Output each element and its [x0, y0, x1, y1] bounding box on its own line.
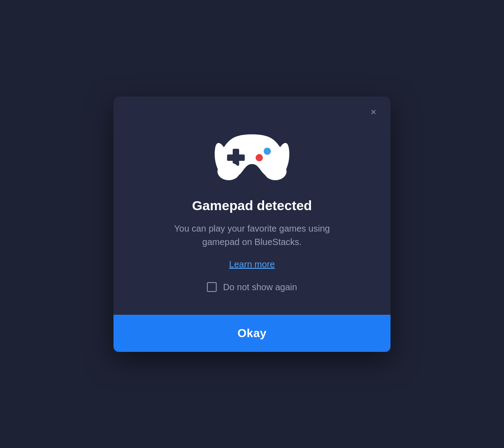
- do-not-show-row: Do not show again: [207, 282, 297, 292]
- svg-rect-1: [227, 154, 245, 161]
- gamepad-detected-dialog: ×: [113, 97, 391, 352]
- dialog-content: Gamepad detected You can play your favor…: [113, 97, 391, 315]
- checkbox-label: Do not show again: [223, 282, 297, 292]
- learn-more-link[interactable]: Learn more: [229, 259, 275, 270]
- dialog-description: You can play your favorite games using g…: [158, 222, 346, 249]
- svg-point-3: [256, 154, 263, 161]
- dialog-title: Gamepad detected: [192, 198, 312, 214]
- svg-point-5: [264, 162, 286, 180]
- close-button[interactable]: ×: [367, 106, 380, 119]
- dialog-footer: Okay: [113, 315, 391, 352]
- close-icon: ×: [370, 107, 376, 117]
- gamepad-icon: [212, 119, 292, 183]
- okay-button[interactable]: Okay: [113, 315, 391, 352]
- do-not-show-checkbox[interactable]: [207, 282, 217, 292]
- svg-point-4: [218, 162, 240, 180]
- svg-point-2: [264, 148, 271, 155]
